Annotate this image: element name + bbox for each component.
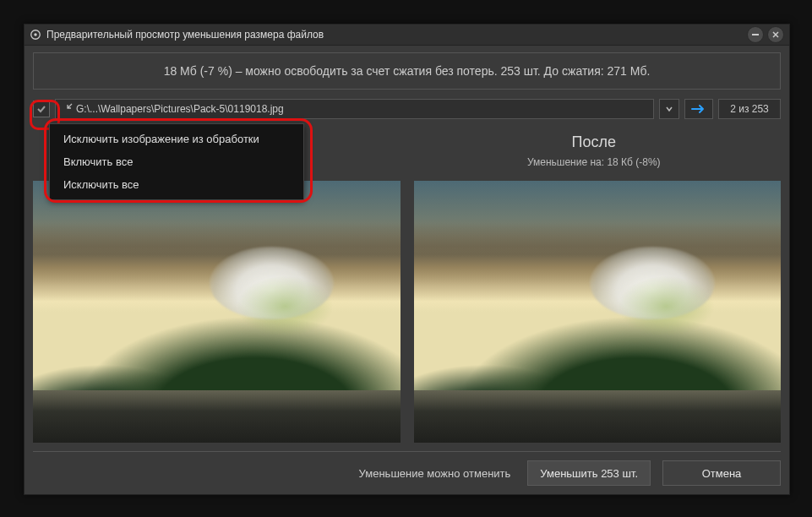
cancel-button-label: Отмена	[702, 467, 742, 480]
undo-info-text: Уменьшение можно отменить	[359, 467, 511, 480]
menu-item-label: Исключить все	[63, 178, 139, 191]
window-title: Предварительный просмотр уменьшения разм…	[46, 29, 324, 41]
menu-item-label: Исключить изображение из обработки	[63, 133, 259, 145]
next-arrow-button[interactable]	[684, 99, 713, 119]
menu-item-label: Включить все	[63, 155, 133, 168]
include-checkbox[interactable]	[33, 101, 50, 117]
image-counter: 2 из 253	[718, 99, 781, 119]
minimize-button[interactable]	[747, 26, 764, 43]
context-menu: Исключить изображение из обработки Включ…	[49, 123, 304, 200]
footer: Уменьшение можно отменить Уменьшить 253 …	[33, 452, 781, 494]
summary-text: 18 Мб (-7 %) – можно освободить за счет …	[164, 64, 651, 78]
file-path-field[interactable]: G:\...\Wallpapers\Pictures\Pack-5\011901…	[55, 99, 654, 119]
after-heading: После	[572, 133, 616, 151]
close-button[interactable]	[767, 26, 784, 43]
summary-bar: 18 Мб (-7 %) – можно освободить за счет …	[33, 52, 781, 90]
dialog-window: Предварительный просмотр уменьшения разм…	[24, 24, 790, 495]
before-image[interactable]	[33, 181, 401, 443]
shrink-button-label: Уменьшить 253 шт.	[540, 467, 638, 480]
counter-text: 2 из 253	[730, 103, 769, 115]
reduction-text: Уменьшение на: 18 Кб (-8%)	[527, 156, 661, 168]
menu-exclude-image[interactable]: Исключить изображение из обработки	[50, 128, 303, 150]
after-image[interactable]	[414, 181, 782, 443]
shrink-icon	[61, 103, 73, 115]
shrink-button[interactable]: Уменьшить 253 шт.	[527, 460, 651, 486]
svg-point-1	[34, 33, 37, 36]
file-path-text: G:\...\Wallpapers\Pictures\Pack-5\011901…	[76, 103, 284, 115]
path-dropdown-button[interactable]	[659, 99, 679, 119]
svg-rect-2	[752, 34, 759, 35]
preview-row	[33, 181, 781, 443]
cancel-button[interactable]: Отмена	[662, 460, 781, 486]
after-column-label: После Уменьшение на: 18 Кб (-8%)	[407, 125, 782, 176]
app-icon	[30, 29, 41, 41]
menu-exclude-all[interactable]: Исключить все	[50, 173, 303, 196]
titlebar: Предварительный просмотр уменьшения разм…	[25, 24, 789, 46]
menu-include-all[interactable]: Включить все	[50, 150, 303, 173]
path-row: G:\...\Wallpapers\Pictures\Pack-5\011901…	[33, 98, 781, 120]
